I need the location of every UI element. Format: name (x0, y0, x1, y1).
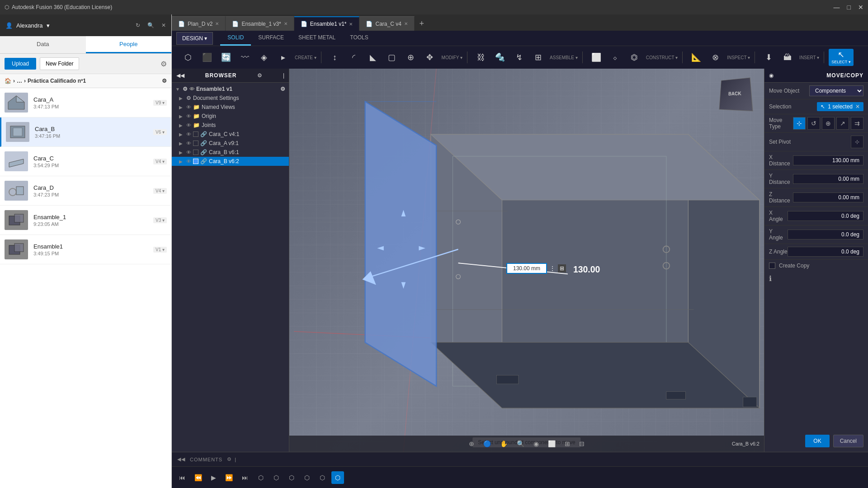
cara-b1-eye[interactable]: 👁 (186, 150, 191, 155)
design-button[interactable]: DESIGN ▾ (176, 32, 213, 45)
measure-btn[interactable]: 📐 (687, 52, 705, 63)
tree-named-views[interactable]: ▶ 👁 📁 Named Views (172, 103, 289, 112)
file-item-ensamble1[interactable]: Ensamble_1 9:23:05 AM V3 ▾ (0, 206, 171, 235)
tree-cara-a-v9[interactable]: ▶ 👁 🔗 Cara_A v9:1 (172, 139, 289, 148)
tab-data[interactable]: Data (0, 36, 86, 53)
timeline-first-btn[interactable]: ⏮ (176, 473, 188, 482)
tab-ensamble1[interactable]: 📄 Ensamble_1 v3* ✕ (226, 16, 294, 31)
pan-btn[interactable]: ✋ (497, 439, 510, 449)
file-item-cara-b[interactable]: Cara_B 3:47:16 PM V6 ▾ (0, 117, 171, 147)
browser-settings-icon[interactable]: ⚙ (257, 72, 262, 79)
move-type-along-btn[interactable]: ↗ (836, 117, 849, 130)
joint-btn[interactable]: ⛓ (472, 52, 490, 63)
search-icon[interactable]: 🔍 (147, 22, 154, 28)
breadcrumb-settings-icon[interactable]: ⚙ (162, 78, 167, 84)
move-object-select[interactable]: Components (809, 85, 863, 96)
cara-a-eye[interactable]: 👁 (186, 141, 191, 146)
dimension-input[interactable]: 130.00 mm ⋮ ⊞ (506, 263, 566, 274)
nav-cube-inner[interactable]: BACK (719, 78, 753, 112)
toolbar-tab-sheet-metal[interactable]: SHEET METAL (291, 31, 343, 46)
y-distance-input[interactable] (793, 174, 863, 184)
timeline-next-btn[interactable]: ⏩ (222, 473, 236, 482)
joints-eye[interactable]: 👁 (186, 122, 191, 128)
timeline-icon-3[interactable]: ⬡ (285, 471, 298, 484)
file-version-ensamble1[interactable]: V3 ▾ (153, 217, 167, 223)
chamfer-btn[interactable]: ◣ (364, 52, 382, 63)
root-eye-icon[interactable]: 👁 (189, 86, 194, 92)
new-folder-button[interactable]: New Folder (40, 57, 79, 70)
move-type-rotate-btn[interactable]: ↺ (807, 117, 820, 130)
cara-b2-eye[interactable]: 👁 (186, 159, 191, 164)
dim-menu-icon[interactable]: ⋮ (550, 265, 555, 272)
tab-add-btn[interactable]: + (415, 16, 429, 31)
file-item-cara-a[interactable]: Cara_A 3:47:13 PM V9 ▾ (0, 88, 171, 117)
info-icon[interactable]: ℹ (769, 274, 772, 283)
toolbar-tab-tools[interactable]: TOOLS (343, 31, 375, 46)
x-angle-input[interactable] (788, 211, 863, 221)
new-component-btn[interactable]: ⬡ (179, 52, 197, 63)
timeline-play-btn[interactable]: ▶ (208, 473, 219, 482)
close-btn[interactable]: ✕ (858, 4, 863, 11)
viewport[interactable]: 130.00 (289, 69, 764, 452)
timeline-icon-1[interactable]: ⬡ (255, 471, 267, 484)
fillet-btn[interactable]: ◜ (345, 52, 363, 63)
timeline-icon-5[interactable]: ⬡ (316, 471, 329, 484)
orbit-btn[interactable]: 🔵 (481, 439, 494, 449)
dim-add-icon[interactable]: ⊞ (558, 264, 566, 272)
extrude-btn[interactable]: ⬛ (198, 52, 216, 63)
tab-cara-c[interactable]: 📄 Cara_C v4 ✕ (359, 16, 414, 31)
tab-ensamble1v1[interactable]: 📄 Ensamble1 v1* ✕ (294, 16, 360, 31)
minimize-btn[interactable]: — (834, 4, 840, 11)
create-copy-checkbox[interactable] (769, 263, 775, 269)
tree-cara-c-v4[interactable]: ▶ 👁 🔗 Cara_C v4:1 (172, 130, 289, 139)
z-distance-input[interactable] (793, 192, 863, 202)
enable-contact-btn[interactable]: ⊞ (529, 52, 547, 63)
camera-btn[interactable]: ◉ (531, 439, 542, 449)
breadcrumb-folder[interactable]: Práctica Calificado nº1 (28, 78, 86, 84)
tab-close-ensamble1[interactable]: ✕ (284, 21, 288, 26)
snap-btn[interactable]: ⊕ (466, 439, 477, 449)
tree-joints[interactable]: ▶ 👁 📁 Joints (172, 121, 289, 130)
move-type-face-btn[interactable]: ⇉ (851, 117, 863, 130)
loft-btn[interactable]: ◈ (255, 52, 273, 63)
maximize-btn[interactable]: □ (847, 4, 851, 11)
tree-cara-b-v6-1[interactable]: ▶ 👁 🔗 Cara_B v6:1 (172, 148, 289, 157)
toolbar-tab-solid[interactable]: SOLID (220, 31, 251, 46)
set-pivot-btn[interactable]: ⊹ (851, 136, 863, 148)
timeline-icon-2[interactable]: ⬡ (270, 471, 283, 484)
move-copy-expand-icon[interactable]: ◉ (769, 72, 774, 79)
dimension-input-field[interactable]: 130.00 mm (506, 263, 547, 274)
timeline-last-btn[interactable]: ⏭ (239, 473, 251, 482)
file-version-cara-a[interactable]: V9 ▾ (153, 100, 167, 106)
z-angle-input[interactable] (788, 247, 863, 257)
revolve-btn[interactable]: 🔄 (217, 52, 235, 63)
upload-button[interactable]: Upload (5, 58, 36, 70)
interference-btn[interactable]: ⊗ (706, 52, 724, 63)
grid-btn[interactable]: ⊞ (562, 439, 573, 449)
tree-origin[interactable]: ▶ 👁 📁 Origin (172, 112, 289, 121)
tree-cara-b-v6-2[interactable]: ▶ 👁 🔗 Cara_B v6:2 (172, 157, 289, 166)
settings-icon-button[interactable]: ⚙ (160, 60, 167, 68)
x-distance-input[interactable] (793, 155, 863, 165)
origin-eye[interactable]: 👁 (186, 113, 191, 119)
file-version-ensamble1b[interactable]: V1 ▾ (153, 247, 167, 253)
motion-link-btn[interactable]: ↯ (510, 52, 528, 63)
more-modify-btn[interactable]: ✥ (421, 52, 439, 63)
tree-document-settings[interactable]: ▶ ⚙ Document Settings (172, 94, 289, 103)
offset-plane-btn[interactable]: ⬜ (587, 52, 605, 63)
midplane-btn[interactable]: ⏣ (625, 52, 643, 63)
tab-close-ensamble1v1[interactable]: ✕ (349, 22, 353, 27)
angle-plane-btn[interactable]: ⬦ (606, 52, 624, 63)
file-item-cara-c[interactable]: Cara_C 3:54:29 PM V4 ▾ (0, 147, 171, 176)
file-item-cara-d[interactable]: Cara_D 3:47:23 PM V4 ▾ (0, 176, 171, 206)
cara-c-eye[interactable]: 👁 (186, 131, 191, 137)
comments-settings-icon[interactable]: ⚙ (227, 456, 232, 462)
y-angle-input[interactable] (788, 230, 863, 239)
tab-plan-d[interactable]: 📄 Plan_D v2 ✕ (172, 16, 226, 31)
selection-clear-btn[interactable]: ✕ (855, 103, 860, 110)
breadcrumb-home-icon[interactable]: 🏠 (5, 78, 11, 84)
breadcrumb-dots[interactable]: … (17, 78, 22, 84)
browser-collapse-icon[interactable]: ◀◀ (176, 72, 184, 79)
refresh-icon[interactable]: ↻ (136, 22, 140, 28)
nav-cube[interactable]: BACK (719, 78, 755, 114)
